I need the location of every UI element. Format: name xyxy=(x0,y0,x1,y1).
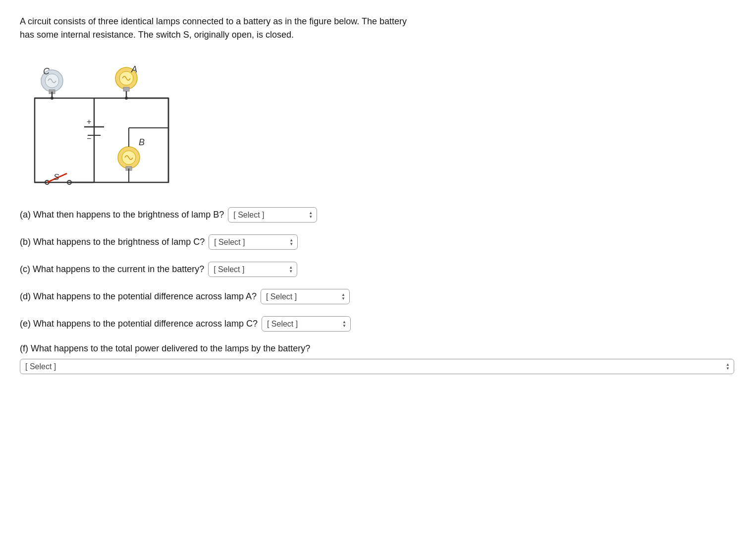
question-b-text: (b) What happens to the brightness of la… xyxy=(20,237,205,247)
circuit-diagram: + − B C A xyxy=(20,54,188,192)
question-f-select-wrapper[interactable]: [ Select ] Increases Decreases Stays the… xyxy=(20,359,734,374)
question-d-row: (d) What happens to the potential differ… xyxy=(20,289,734,304)
svg-rect-0 xyxy=(35,98,168,182)
question-e-row: (e) What happens to the potential differ… xyxy=(20,316,734,332)
question-c-select-wrapper[interactable]: [ Select ] Increases Decreases Stays the… xyxy=(208,262,297,277)
svg-text:+: + xyxy=(87,117,91,126)
question-c-row: (c) What happens to the current in the b… xyxy=(20,262,734,277)
question-b-select-wrapper[interactable]: [ Select ] Increases Decreases Stays the… xyxy=(209,234,298,250)
svg-text:S: S xyxy=(54,172,59,182)
question-f-select[interactable]: [ Select ] Increases Decreases Stays the… xyxy=(25,362,729,371)
question-d-select[interactable]: [ Select ] Increases Decreases Stays the… xyxy=(266,292,344,301)
svg-rect-17 xyxy=(123,87,129,91)
svg-text:A: A xyxy=(131,64,137,74)
question-e-select-wrapper[interactable]: [ Select ] Increases Decreases Stays the… xyxy=(262,316,351,332)
question-a-text: (a) What then happens to the brightness … xyxy=(20,210,224,220)
svg-text:B: B xyxy=(139,137,145,147)
question-a-select[interactable]: [ Select ] Increases Decreases Stays the… xyxy=(233,211,312,219)
question-b-row: (b) What happens to the brightness of la… xyxy=(20,234,734,250)
question-b-select[interactable]: [ Select ] Increases Decreases Stays the… xyxy=(214,238,292,246)
question-c-select[interactable]: [ Select ] Increases Decreases Stays the… xyxy=(214,265,292,274)
question-a-row: (a) What then happens to the brightness … xyxy=(20,207,734,223)
question-e-text: (e) What happens to the potential differ… xyxy=(20,319,258,329)
circuit-svg: + − B C A xyxy=(20,54,188,192)
question-d-text: (d) What happens to the potential differ… xyxy=(20,291,257,302)
intro-line1: A circuit consists of three identical la… xyxy=(20,16,407,26)
question-f-row: (f) What happens to the total power deli… xyxy=(20,343,734,374)
svg-point-35 xyxy=(125,97,128,100)
intro-paragraph: A circuit consists of three identical la… xyxy=(20,15,734,42)
question-a-select-wrapper[interactable]: [ Select ] Increases Decreases Stays the… xyxy=(228,207,317,223)
question-d-select-wrapper[interactable]: [ Select ] Increases Decreases Stays the… xyxy=(261,289,350,304)
svg-text:C: C xyxy=(43,66,50,76)
intro-line2: has some internal resistance. The switch… xyxy=(20,30,294,40)
svg-point-34 xyxy=(51,97,54,100)
question-e-select[interactable]: [ Select ] Increases Decreases Stays the… xyxy=(267,320,345,328)
question-f-text: (f) What happens to the total power deli… xyxy=(20,343,734,354)
question-c-text: (c) What happens to the current in the b… xyxy=(20,264,204,275)
svg-text:−: − xyxy=(87,134,91,143)
